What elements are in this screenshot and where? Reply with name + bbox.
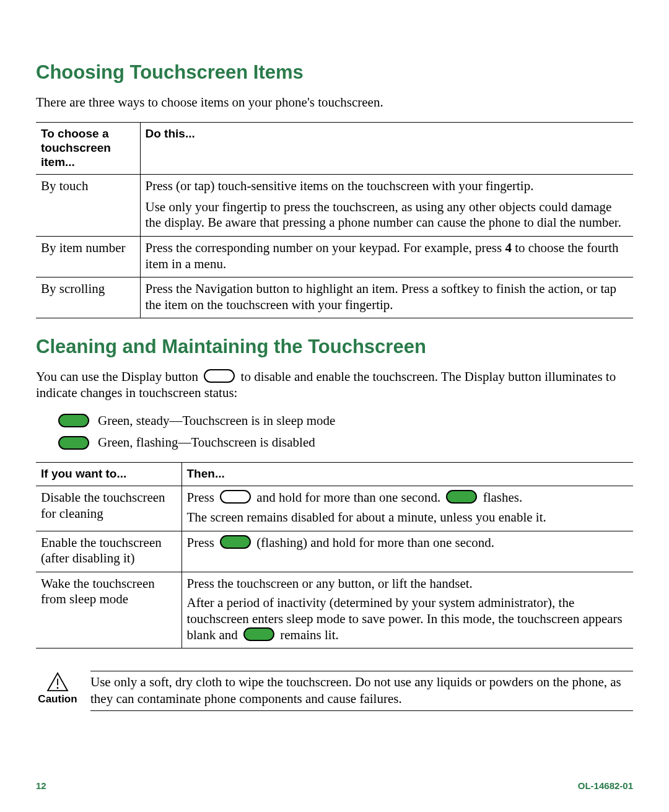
page-number: 12	[36, 780, 46, 791]
caution-text: Use only a soft, dry cloth to wipe the t…	[90, 671, 633, 711]
td-by-item-number-left: By item number	[36, 236, 140, 277]
td-by-touch-left: By touch	[36, 175, 140, 237]
disable-l1-b: and hold for more than one second.	[253, 490, 444, 505]
td-disable-left: Disable the touchscreen for cleaning	[36, 486, 181, 531]
display-button-icon	[220, 490, 251, 504]
bullet-steady-text: Green, steady—Touchscreen is in sleep mo…	[98, 413, 335, 429]
table-row: Wake the touchscreen from sleep mode Pre…	[36, 572, 633, 648]
intro-choosing: There are three ways to choose items on …	[36, 95, 633, 111]
table-cleaning-actions: If you want to... Then... Disable the to…	[36, 462, 633, 648]
td-by-item-number-right: Press the corresponding number on your k…	[140, 236, 633, 277]
wake-line2: After a period of inactivity (determined…	[187, 595, 629, 643]
table-row: Disable the touchscreen for cleaning Pre…	[36, 486, 633, 531]
enable-a: Press	[187, 535, 218, 550]
th-choose-col2: Do this...	[140, 122, 633, 175]
bullet-steady: Green, steady—Touchscreen is in sleep mo…	[56, 413, 633, 429]
enable-b: (flashing) and hold for more than one se…	[253, 535, 494, 550]
table-row: By item number Press the corresponding n…	[36, 236, 633, 277]
td-enable-left: Enable the touchscreen (after disabling …	[36, 531, 181, 572]
doc-id: OL-14682-01	[578, 780, 633, 791]
warning-icon	[46, 672, 69, 692]
bullet-flashing: Green, flashing—Touchscreen is disabled	[56, 434, 633, 451]
td-by-scrolling-right: Press the Navigation button to highlight…	[140, 277, 633, 318]
caution-block: Caution Use only a soft, dry cloth to wi…	[36, 671, 633, 711]
bullet-flashing-text: Green, flashing—Touchscreen is disabled	[98, 434, 315, 451]
disable-line1: Press and hold for more than one second.…	[187, 490, 629, 506]
td-disable-right: Press and hold for more than one second.…	[181, 486, 633, 531]
wake-l2-b: remains lit.	[277, 627, 339, 642]
disable-l1-a: Press	[187, 490, 218, 505]
th-choose-col1: To choose a touchscreen item...	[36, 122, 140, 175]
wake-line1: Press the touchscreen or any button, or …	[187, 576, 629, 592]
table-header-row: If you want to... Then...	[36, 463, 633, 486]
heading-cleaning: Cleaning and Maintaining the Touchscreen	[36, 336, 633, 358]
disable-line2: The screen remains disabled for about a …	[187, 510, 629, 526]
intro-cleaning: You can use the Display button to disabl…	[36, 369, 633, 401]
td-enable-right: Press (flashing) and hold for more than …	[181, 531, 633, 572]
intro-cleaning-pre: You can use the Display button	[36, 369, 201, 384]
table-row: Enable the touchscreen (after disabling …	[36, 531, 633, 572]
heading-choosing: Choosing Touchscreen Items	[36, 61, 633, 84]
led-green-steady-icon	[58, 414, 89, 427]
by-item-bold: 4	[505, 240, 512, 255]
table-choose-methods: To choose a touchscreen item... Do this.…	[36, 122, 633, 319]
td-by-scrolling-left: By scrolling	[36, 277, 140, 318]
caution-left: Caution	[36, 671, 79, 705]
led-green-flash-icon	[220, 535, 251, 549]
table-row: By touch Press (or tap) touch-sensitive …	[36, 175, 633, 237]
table-row: By scrolling Press the Navigation button…	[36, 277, 633, 318]
th-clean-col1: If you want to...	[36, 463, 181, 486]
led-green-steady-icon	[243, 627, 274, 641]
display-button-icon	[204, 369, 235, 383]
th-clean-col2: Then...	[181, 463, 633, 486]
disable-l1-c: flashes.	[479, 490, 522, 505]
td-wake-left: Wake the touchscreen from sleep mode	[36, 572, 181, 648]
led-green-flashing-icon	[58, 436, 89, 450]
led-green-flash-icon	[446, 490, 477, 504]
by-item-pre: Press the corresponding number on your k…	[146, 240, 505, 255]
svg-point-2	[57, 688, 59, 689]
by-touch-para2: Use only your fingertip to press the tou…	[146, 199, 629, 231]
page: Choosing Touchscreen Items There are thr…	[0, 0, 669, 736]
footer: 12 OL-14682-01	[36, 780, 633, 791]
table-header-row: To choose a touchscreen item... Do this.…	[36, 122, 633, 175]
by-touch-para1: Press (or tap) touch-sensitive items on …	[146, 178, 629, 194]
td-wake-right: Press the touchscreen or any button, or …	[181, 572, 633, 648]
caution-label: Caution	[38, 693, 77, 705]
td-by-touch-right: Press (or tap) touch-sensitive items on …	[140, 175, 633, 237]
